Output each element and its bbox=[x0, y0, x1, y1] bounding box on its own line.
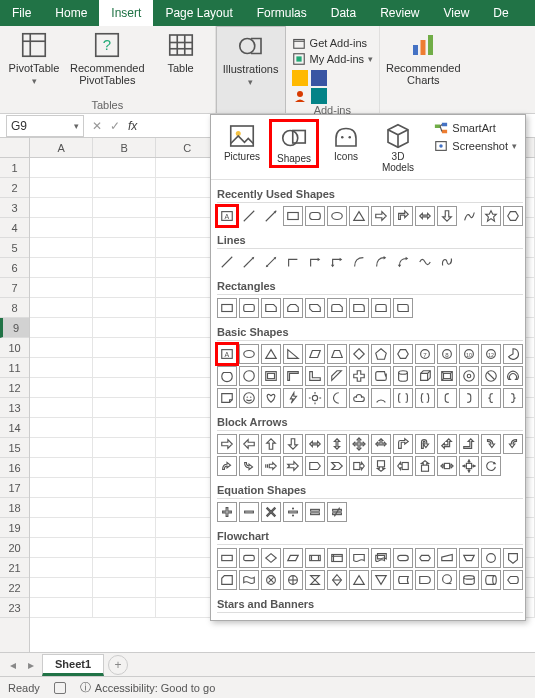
cell-B13[interactable] bbox=[93, 398, 156, 418]
shape-freeform-line[interactable] bbox=[415, 252, 435, 272]
shape-left-brace[interactable] bbox=[481, 388, 501, 408]
wiki-icon[interactable] bbox=[311, 88, 327, 104]
cell-B16[interactable] bbox=[93, 458, 156, 478]
shape-left-right[interactable] bbox=[305, 434, 325, 454]
shape-double-bracket[interactable] bbox=[393, 388, 413, 408]
shape-down-arrow[interactable] bbox=[283, 434, 303, 454]
shape-smile[interactable] bbox=[239, 388, 259, 408]
row-header-6[interactable]: 6 bbox=[0, 258, 29, 278]
shape-right-arrow[interactable] bbox=[371, 206, 391, 226]
shapes-gallery[interactable]: Recently Used Shapes A Lines bbox=[211, 180, 525, 620]
cell-A21[interactable] bbox=[30, 558, 93, 578]
shape-diag-stripe[interactable] bbox=[327, 366, 347, 386]
row-header-8[interactable]: 8 bbox=[0, 298, 29, 318]
shape-teardrop[interactable] bbox=[239, 366, 259, 386]
shape-extract[interactable] bbox=[349, 570, 369, 590]
shape-down-callout[interactable] bbox=[371, 456, 391, 476]
shape-right-callout[interactable] bbox=[349, 456, 369, 476]
new-sheet-button[interactable]: + bbox=[108, 655, 128, 675]
shape-heart[interactable] bbox=[261, 388, 281, 408]
cell-B11[interactable] bbox=[93, 358, 156, 378]
shape-left-up[interactable] bbox=[437, 434, 457, 454]
shape-text-box[interactable]: A bbox=[217, 206, 237, 226]
shape-tape[interactable] bbox=[239, 570, 259, 590]
row-header-3[interactable]: 3 bbox=[0, 198, 29, 218]
tab-view[interactable]: View bbox=[432, 0, 482, 26]
row-header-14[interactable]: 14 bbox=[0, 418, 29, 438]
shape-prep[interactable] bbox=[415, 548, 435, 568]
row-header-4[interactable]: 4 bbox=[0, 218, 29, 238]
people-icon[interactable] bbox=[292, 88, 308, 104]
shape-rect[interactable] bbox=[217, 298, 237, 318]
shape-dodecagon[interactable]: 12 bbox=[481, 344, 501, 364]
cell-B21[interactable] bbox=[93, 558, 156, 578]
shape-quad-arrow[interactable] bbox=[349, 434, 369, 454]
table-button[interactable]: Table bbox=[153, 30, 209, 74]
shape-line[interactable] bbox=[217, 252, 237, 272]
shape-left-arrow[interactable] bbox=[239, 434, 259, 454]
shape-divide[interactable] bbox=[283, 502, 303, 522]
shape-not-equal[interactable] bbox=[327, 502, 347, 522]
shape-equal[interactable] bbox=[305, 502, 325, 522]
cell-A22[interactable] bbox=[30, 578, 93, 598]
shape-l[interactable] bbox=[305, 366, 325, 386]
shape-round-same[interactable] bbox=[371, 298, 391, 318]
cell-B12[interactable] bbox=[93, 378, 156, 398]
recommended-pivot-button[interactable]: ? Recommended PivotTables bbox=[70, 30, 145, 86]
cell-A5[interactable] bbox=[30, 238, 93, 258]
shape-predef[interactable] bbox=[305, 548, 325, 568]
shape-block-arc[interactable] bbox=[503, 366, 523, 386]
shape-triangle[interactable] bbox=[261, 344, 281, 364]
shape-plus[interactable] bbox=[217, 502, 237, 522]
shape-line-double-arrow[interactable] bbox=[261, 252, 281, 272]
shape-snip-same[interactable] bbox=[283, 298, 303, 318]
cell-A13[interactable] bbox=[30, 398, 93, 418]
cell-B3[interactable] bbox=[93, 198, 156, 218]
cell-B2[interactable] bbox=[93, 178, 156, 198]
shape-chevron[interactable] bbox=[327, 456, 347, 476]
shape-right-triangle[interactable] bbox=[283, 344, 303, 364]
shape-delay[interactable] bbox=[415, 570, 435, 590]
shape-sun[interactable] bbox=[305, 388, 325, 408]
row-header-7[interactable]: 7 bbox=[0, 278, 29, 298]
cell-A12[interactable] bbox=[30, 378, 93, 398]
row-header-13[interactable]: 13 bbox=[0, 398, 29, 418]
tab-review[interactable]: Review bbox=[368, 0, 431, 26]
row-header-10[interactable]: 10 bbox=[0, 338, 29, 358]
shape-data[interactable] bbox=[283, 548, 303, 568]
cell-A23[interactable] bbox=[30, 598, 93, 618]
shape-rectangle[interactable] bbox=[283, 206, 303, 226]
shape-direct-access[interactable] bbox=[481, 570, 501, 590]
shape-moon[interactable] bbox=[327, 388, 347, 408]
sheet-nav-prev[interactable]: ◂ bbox=[6, 658, 20, 672]
shape-alt-process[interactable] bbox=[239, 548, 259, 568]
row-header-15[interactable]: 15 bbox=[0, 438, 29, 458]
shape-uturn[interactable] bbox=[415, 434, 435, 454]
accessibility-icon[interactable]: ⓘ bbox=[80, 680, 91, 695]
shape-snip-single[interactable] bbox=[261, 298, 281, 318]
icons-button[interactable]: Icons bbox=[323, 121, 369, 162]
cell-A7[interactable] bbox=[30, 278, 93, 298]
cell-B4[interactable] bbox=[93, 218, 156, 238]
cell-A1[interactable] bbox=[30, 158, 93, 178]
shape-elbow-arrow[interactable] bbox=[393, 206, 413, 226]
cell-A15[interactable] bbox=[30, 438, 93, 458]
cell-A3[interactable] bbox=[30, 198, 93, 218]
shape-manual-input[interactable] bbox=[437, 548, 457, 568]
my-addins-button[interactable]: My Add-ins ▾ bbox=[292, 52, 373, 66]
shape-cross[interactable] bbox=[349, 366, 369, 386]
shape-seq-access[interactable] bbox=[437, 570, 457, 590]
shape-star[interactable] bbox=[481, 206, 501, 226]
shape-stored[interactable] bbox=[393, 570, 413, 590]
shape-curved-right[interactable] bbox=[481, 434, 501, 454]
shape-line[interactable] bbox=[239, 206, 259, 226]
row-header-16[interactable]: 16 bbox=[0, 458, 29, 478]
shape-frame[interactable] bbox=[261, 366, 281, 386]
cell-B18[interactable] bbox=[93, 498, 156, 518]
shape-connector[interactable] bbox=[481, 548, 501, 568]
shape-trapezoid[interactable] bbox=[327, 344, 347, 364]
shape-freeform[interactable] bbox=[459, 206, 479, 226]
bing-icon[interactable] bbox=[292, 70, 308, 86]
row-header-12[interactable]: 12 bbox=[0, 378, 29, 398]
cell-A17[interactable] bbox=[30, 478, 93, 498]
